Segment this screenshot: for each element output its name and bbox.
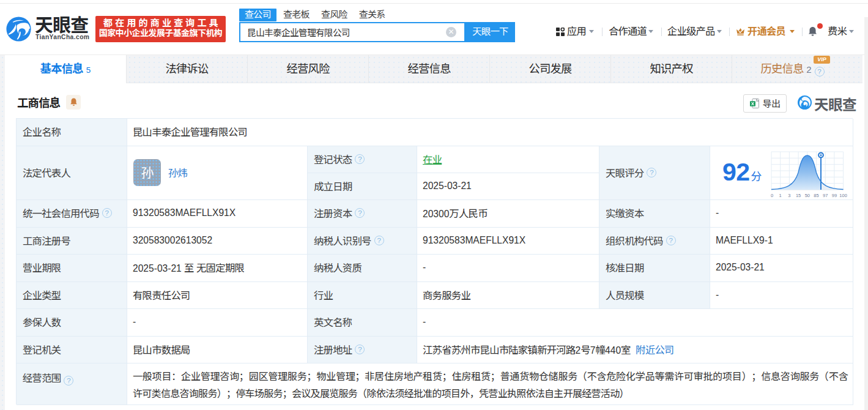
svg-text:15: 15 (796, 193, 801, 198)
svg-text:0: 0 (771, 193, 773, 198)
svg-text:99: 99 (831, 193, 836, 198)
svg-text:85: 85 (814, 193, 818, 198)
svg-text:97: 97 (823, 193, 828, 198)
svg-text:3: 3 (788, 193, 790, 198)
svg-text:50: 50 (804, 193, 809, 198)
svg-text:100: 100 (839, 193, 847, 198)
svg-text:1: 1 (779, 193, 781, 198)
